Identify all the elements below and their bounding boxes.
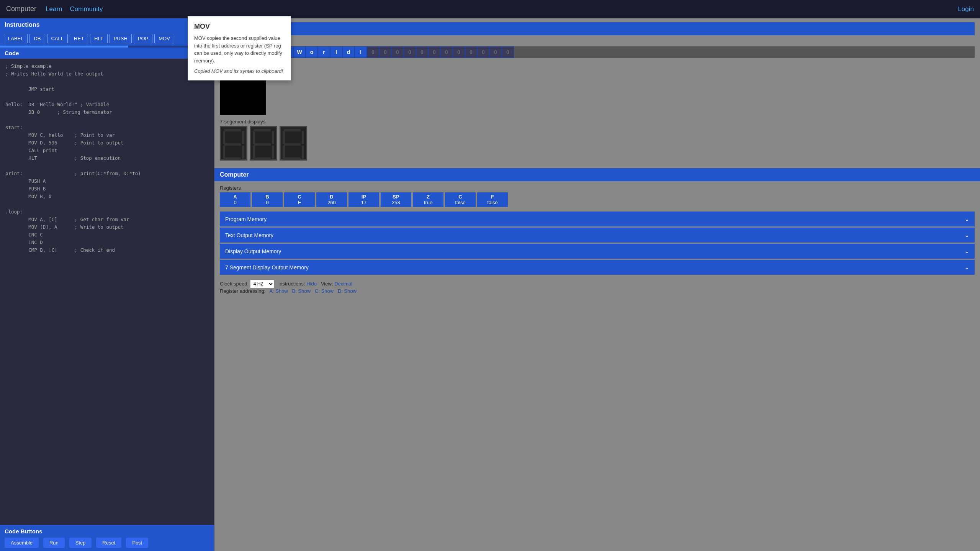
memory-program[interactable]: Program Memory ⌄ [220, 212, 975, 226]
seg-tr-3 [302, 131, 304, 144]
seg-mid-3 [284, 143, 301, 146]
memory-display-output[interactable]: Display Output Memory ⌄ [220, 244, 975, 259]
memory-display-chevron: ⌄ [964, 248, 969, 255]
run-button[interactable]: Run [43, 538, 65, 548]
reg-d-link[interactable]: D: Show [338, 288, 357, 294]
text-cell-18: 0 [440, 46, 453, 58]
seven-seg-label: 7-segement displays [220, 119, 975, 125]
outputs-section: Outputs Text Hello World!000000000000 Di… [214, 18, 980, 168]
memory-7seg[interactable]: 7 Segment Display Output Memory ⌄ [220, 260, 975, 275]
seg-br-3 [302, 146, 304, 159]
inst-btn-call[interactable]: CALL [47, 34, 68, 43]
memory-program-label: Program Memory [225, 216, 267, 222]
reg-a-link[interactable]: A: Show [269, 288, 288, 294]
seg-top-1 [224, 129, 241, 131]
code-content[interactable]: ; Simple example ; Writes Hello World to… [5, 62, 209, 254]
text-output-label: Text [220, 39, 975, 45]
tooltip-copied: Copied MOV and its syntax to clipboard! [194, 68, 285, 74]
inst-btn-hlt[interactable]: HLT [90, 34, 108, 43]
text-cell-7: o [306, 46, 318, 58]
left-panel: Instructions LABEL DB CALL RET HLT PUSH … [0, 18, 214, 551]
seg-mid-2 [254, 143, 271, 146]
view-action[interactable]: Decimal [334, 281, 352, 287]
computer-section: Computer Registers A0B0CED260IP17SP253Zt… [214, 168, 980, 551]
reset-button[interactable]: Reset [96, 538, 121, 548]
text-cell-11: ! [355, 46, 367, 58]
reg-c-link[interactable]: C: Show [315, 288, 334, 294]
text-cell-8: r [318, 46, 330, 58]
seg-top-2 [254, 129, 271, 131]
seven-seg-digit-2 [250, 126, 277, 161]
nav-community[interactable]: Community [70, 5, 103, 13]
seg-bl-1 [223, 146, 225, 159]
clock-label: Clock speed: [220, 281, 249, 287]
outputs-header: Outputs [220, 22, 975, 35]
text-output-row: Hello World!000000000000 [220, 46, 975, 58]
memory-7seg-chevron: ⌄ [964, 264, 969, 271]
login-button[interactable]: Login [958, 5, 974, 13]
tooltip-popup: MOV MOV copies the second supplied value… [188, 16, 291, 80]
code-buttons-title: Code Buttons [5, 528, 209, 535]
text-cell-21: 0 [477, 46, 489, 58]
text-cell-17: 0 [428, 46, 440, 58]
view-label: View: [321, 281, 333, 287]
code-area[interactable]: ; Simple example ; Writes Hello World to… [0, 59, 214, 525]
inst-btn-ret[interactable]: RET [70, 34, 88, 43]
memory-text-chevron: ⌄ [964, 231, 969, 239]
seven-seg-digit-1 [220, 126, 247, 161]
reg-b-link[interactable]: B: Show [292, 288, 311, 294]
text-cell-15: 0 [404, 46, 416, 58]
inst-btn-label[interactable]: LABEL [4, 34, 28, 43]
computer-inner: Registers A0B0CED260IP17SP253ZtrueCfalse… [214, 185, 980, 275]
instructions-header: Instructions [0, 18, 214, 31]
tooltip-description: MOV copies the second supplied value int… [194, 34, 285, 64]
topnav: Computer Learn Community Login [0, 0, 980, 18]
inst-btn-mov[interactable]: MOV [154, 34, 174, 43]
assemble-button[interactable]: Assemble [5, 538, 39, 548]
register-cell-C-2: CE [284, 192, 315, 207]
clock-section: Clock speed: 1 HZ2 HZ4 HZ8 HZ16 HZMAX In… [214, 276, 980, 298]
seg-bl-3 [283, 146, 285, 159]
register-cell-B-1: B0 [252, 192, 283, 207]
registers-row: A0B0CED260IP17SP253ZtrueCfalseFfalse [220, 192, 975, 207]
inst-btn-db[interactable]: DB [29, 34, 45, 43]
seg-bot-1 [224, 157, 241, 160]
seg-tr-2 [272, 131, 274, 144]
text-cell-23: 0 [502, 46, 514, 58]
seg-br-1 [242, 146, 244, 159]
app-title: Computer [6, 5, 36, 13]
text-cell-14: 0 [391, 46, 404, 58]
display-label: Display 20x20 [220, 62, 975, 67]
register-cell-C-7: Cfalse [445, 192, 476, 207]
text-cell-19: 0 [453, 46, 465, 58]
step-button[interactable]: Step [69, 538, 92, 548]
inst-btn-pop[interactable]: POP [134, 34, 152, 43]
register-cell-A-0: A0 [220, 192, 250, 207]
instructions-label: Instructions: [278, 281, 305, 287]
text-cell-22: 0 [489, 46, 502, 58]
memory-text-output-label: Text Output Memory [225, 232, 273, 238]
seven-seg-row [220, 126, 975, 161]
seg-br-2 [272, 146, 274, 159]
text-cell-16: 0 [416, 46, 428, 58]
register-cell-IP-4: IP17 [348, 192, 379, 207]
nav-learn[interactable]: Learn [46, 5, 62, 13]
text-cell-12: 0 [367, 46, 379, 58]
seven-seg-digit-3 [280, 126, 307, 161]
seg-tl-3 [283, 131, 285, 144]
memory-text-output[interactable]: Text Output Memory ⌄ [220, 228, 975, 243]
tooltip-title: MOV [194, 23, 285, 31]
text-cell-10: d [342, 46, 355, 58]
instructions-bar: LABEL DB CALL RET HLT PUSH POP MOV [0, 31, 214, 46]
post-button[interactable]: Post [126, 538, 148, 548]
instructions-action[interactable]: Hide [306, 281, 317, 287]
text-cell-6: W [293, 46, 306, 58]
inst-btn-push[interactable]: PUSH [110, 34, 132, 43]
clock-select[interactable]: 1 HZ2 HZ4 HZ8 HZ16 HZMAX [250, 280, 274, 288]
main-layout: Instructions LABEL DB CALL RET HLT PUSH … [0, 18, 980, 551]
seg-tr-1 [242, 131, 244, 144]
register-addressing-label: Register addressing: [220, 288, 265, 294]
code-header: Code [0, 48, 214, 59]
text-cell-9: l [330, 46, 342, 58]
memory-7seg-label: 7 Segment Display Output Memory [225, 264, 309, 271]
